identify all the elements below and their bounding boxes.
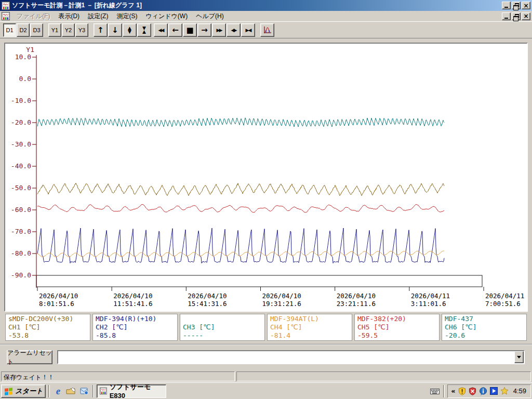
mdi-minimize-button[interactable] xyxy=(502,12,511,20)
svg-text:-10.0: -10.0 xyxy=(11,97,31,104)
svg-text:23:21:11.6: 23:21:11.6 xyxy=(337,300,376,308)
channel-name xyxy=(183,315,262,323)
svg-text:11:51:41.6: 11:51:41.6 xyxy=(113,300,152,308)
chevron-down-icon xyxy=(517,356,521,361)
collapse-chevron-icon[interactable]: « xyxy=(451,387,455,395)
scroll-down-button[interactable]: ↓ xyxy=(108,23,122,37)
taskbar-divider xyxy=(92,385,94,397)
restore-button[interactable] xyxy=(512,2,521,9)
close-button[interactable]: × xyxy=(522,2,530,9)
expand-vertical-icon: ▲▼ xyxy=(128,26,131,34)
channel-label: CH3 [℃] xyxy=(183,323,262,331)
stop-button[interactable]: ■ xyxy=(183,23,197,37)
channel-label: CH4 [℃] xyxy=(270,323,349,331)
channel-value: -20.6 xyxy=(445,331,524,340)
scroll-up-button[interactable]: ↑ xyxy=(94,23,108,37)
channel-label: CH1 [℃] xyxy=(8,323,87,331)
compress-vertical-button[interactable]: ▼▲ xyxy=(137,23,151,37)
graph-icon xyxy=(263,25,272,35)
series-ch1 xyxy=(37,183,444,195)
fast-back-button[interactable]: ◀◀ xyxy=(154,23,168,37)
menu-bar: ファイル(F) 表示(D) 設定(Z) 測定(S) ウィンドウ(W) ヘルプ(H… xyxy=(0,11,532,22)
channel-label: CH2 [℃] xyxy=(96,323,175,331)
minimize-button[interactable] xyxy=(502,2,511,9)
menu-help[interactable]: ヘルプ(H) xyxy=(192,11,228,22)
minimize-icon xyxy=(504,18,508,19)
menu-settings[interactable]: 設定(Z) xyxy=(84,11,112,22)
taskbar-app-button[interactable]: ソフトサーモ E830 xyxy=(97,384,166,398)
expand-horizontal-button[interactable]: ◀▶ xyxy=(227,23,241,37)
compress-horizontal-button[interactable]: ▶◀ xyxy=(241,23,255,37)
status-panel-right xyxy=(236,371,531,381)
expand-vertical-button[interactable]: ▲▼ xyxy=(123,23,137,37)
svg-text:Y1: Y1 xyxy=(26,46,34,54)
menu-view[interactable]: 表示(D) xyxy=(55,11,83,22)
updates-star-icon[interactable] xyxy=(500,387,509,395)
toolbar-d3-button[interactable]: D3 xyxy=(30,23,43,37)
line-chart-panel: 10.00.0-10.0-20.0-30.0-40.0-50.0-60.0-70… xyxy=(4,43,528,312)
channel-name: MDF-382(+20) xyxy=(357,315,436,323)
start-button[interactable]: スタート xyxy=(1,384,46,398)
svg-text:0.0: 0.0 xyxy=(19,75,31,83)
channel-legend: sMDF-DC200V(+30) CH1 [℃] -53.8 MDF-394(R… xyxy=(5,314,527,341)
show-desktop-icon[interactable] xyxy=(65,385,77,397)
close-icon: × xyxy=(523,3,528,8)
menu-file[interactable]: ファイル(F) xyxy=(13,11,54,22)
legend-cell-ch4[interactable]: MDF-394AT(L) CH4 [℃] -81.4 xyxy=(267,314,352,341)
legend-cell-ch5[interactable]: MDF-382(+20) CH5 [℃] -59.5 xyxy=(354,314,440,341)
alarm-reset-button[interactable]: アラームリセット xyxy=(7,350,52,364)
graph-window-button[interactable] xyxy=(260,23,274,37)
legend-cell-ch2[interactable]: MDF-394(R)(+10) CH2 [℃] -85.8 xyxy=(92,314,178,341)
channel-value: -59.5 xyxy=(357,331,436,340)
menu-measure[interactable]: 測定(S) xyxy=(113,11,141,22)
toolbar-y2-button[interactable]: Y2 xyxy=(62,23,75,37)
channel-label: CH6 [℃] xyxy=(445,323,524,331)
expand-horizontal-icon: ◀▶ xyxy=(231,28,236,33)
start-label: スタート xyxy=(16,387,43,396)
channel-name: MDF-394AT(L) xyxy=(270,315,349,323)
internet-explorer-icon[interactable]: e xyxy=(52,385,64,397)
status-message: 保存ウェイト！！ xyxy=(1,371,235,381)
legend-cell-ch1[interactable]: sMDF-DC200V(+30) CH1 [℃] -53.8 xyxy=(5,314,90,341)
outlook-express-icon[interactable] xyxy=(78,385,90,397)
svg-text:2026/04/10: 2026/04/10 xyxy=(337,292,376,300)
mdi-restore-button[interactable] xyxy=(512,12,521,20)
mdi-child-icon[interactable] xyxy=(2,12,10,20)
channel-name: MDF-437 xyxy=(445,315,524,323)
title-bar: ソフトサーモ計測－計測1 － [折れ線グラフ 1] × xyxy=(0,0,532,11)
alarm-combobox[interactable] xyxy=(57,350,525,364)
fast-forward-button[interactable]: ▶▶ xyxy=(212,23,226,37)
step-back-button[interactable]: ← xyxy=(168,23,182,37)
series-ch5 xyxy=(37,204,444,212)
toolbar-y1-button[interactable]: Y1 xyxy=(48,23,61,37)
toolbar-y3-button[interactable]: Y3 xyxy=(75,23,88,37)
security-alert-icon[interactable] xyxy=(458,387,466,395)
taskbar-clock[interactable]: 4:59 xyxy=(513,387,526,395)
legend-cell-ch3[interactable]: CH3 [℃] ----- xyxy=(180,314,265,341)
mdi-close-button[interactable]: × xyxy=(522,12,530,20)
windows-flag-icon xyxy=(4,387,14,395)
media-player-icon[interactable] xyxy=(490,387,498,395)
info-balloon-icon[interactable] xyxy=(479,387,487,395)
channel-value: -85.8 xyxy=(96,331,175,340)
close-icon: × xyxy=(523,14,528,19)
toolbar-d1-button[interactable]: D1 xyxy=(3,23,16,37)
alarm-combo-dropdown-button[interactable] xyxy=(514,351,524,363)
language-keyboard-icon[interactable] xyxy=(429,385,441,397)
legend-cell-ch6[interactable]: MDF-437 CH6 [℃] -20.6 xyxy=(442,314,527,341)
svg-text:-40.0: -40.0 xyxy=(11,162,31,170)
channel-name: sMDF-DC200V(+30) xyxy=(8,315,87,323)
toolbar-d2-button[interactable]: D2 xyxy=(17,23,30,37)
line-chart[interactable]: 10.00.0-10.0-20.0-30.0-40.0-50.0-60.0-70… xyxy=(5,44,527,311)
status-bar: 保存ウェイト！！ xyxy=(0,370,532,382)
arrow-left-icon: ← xyxy=(172,26,179,34)
series-ch6 xyxy=(37,118,444,127)
stop-icon: ■ xyxy=(186,26,193,34)
step-forward-button[interactable]: → xyxy=(197,23,211,37)
svg-text:2026/04/10: 2026/04/10 xyxy=(262,292,301,300)
svg-text:2026/04/11: 2026/04/11 xyxy=(411,292,450,300)
security-risk-icon[interactable] xyxy=(469,387,476,395)
menu-window[interactable]: ウィンドウ(W) xyxy=(142,11,191,22)
svg-text:-20.0: -20.0 xyxy=(11,118,31,126)
svg-text:-90.0: -90.0 xyxy=(11,271,31,279)
